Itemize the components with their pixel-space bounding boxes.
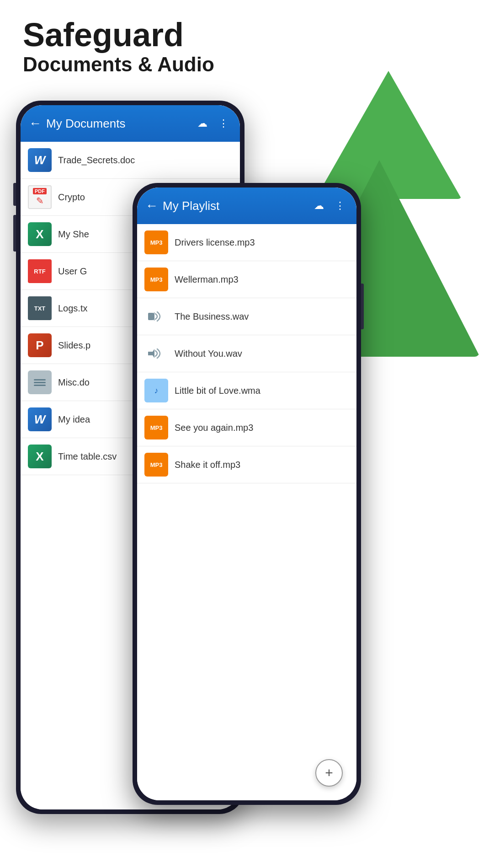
doc-icon (28, 370, 52, 394)
excel-icon (28, 222, 52, 246)
playlist-screen: ← My Playlist ☁ ⋮ Drivers license.mp3 We… (137, 188, 356, 800)
page-title: Safeguard (23, 18, 214, 51)
documents-app-bar: ← My Documents ☁ ⋮ (21, 105, 240, 142)
file-name: Wellerman.mp3 (175, 274, 239, 285)
phone-front-inner: ← My Playlist ☁ ⋮ Drivers license.mp3 We… (137, 188, 356, 800)
file-name: Without You.wav (175, 348, 242, 359)
word-icon (28, 148, 52, 172)
playlist-more-icon[interactable]: ⋮ (332, 198, 348, 214)
list-item[interactable]: ♪ Little bit of Love.wma (137, 372, 356, 409)
file-name: My idea (58, 414, 90, 425)
phone-front-playlist: ← My Playlist ☁ ⋮ Drivers license.mp3 We… (133, 183, 361, 805)
list-item[interactable]: Without You.wav (137, 335, 356, 372)
wma-icon: ♪ (144, 379, 168, 402)
rtf-icon (28, 259, 52, 283)
pdf-icon: PDF ✎ (28, 185, 52, 209)
file-name: Misc.do (58, 377, 90, 388)
wav-icon (144, 305, 168, 328)
file-name: Little bit of Love.wma (175, 386, 260, 396)
wav-icon (144, 342, 168, 365)
documents-title: My Documents (46, 117, 190, 131)
side-button-power-front (361, 284, 364, 329)
file-name: The Business.wav (175, 311, 249, 322)
mp3-icon (144, 453, 168, 477)
mp3-icon (144, 268, 168, 291)
page-subtitle: Documents & Audio (23, 53, 214, 76)
page-header: Safeguard Documents & Audio (23, 18, 214, 76)
cloud-sync-icon[interactable]: ☁ (194, 115, 211, 132)
file-name: My She (58, 229, 89, 240)
list-item[interactable]: The Business.wav (137, 298, 356, 335)
list-item[interactable]: See you again.mp3 (137, 409, 356, 446)
word-icon-2 (28, 407, 52, 431)
file-name: Slides.p (58, 340, 90, 351)
list-item[interactable]: Wellerman.mp3 (137, 261, 356, 298)
list-item[interactable]: Shake it off.mp3 (137, 446, 356, 483)
mp3-icon (144, 230, 168, 254)
playlist-app-bar: ← My Playlist ☁ ⋮ (137, 188, 356, 224)
list-item[interactable]: Trade_Secrets.doc (21, 142, 240, 179)
back-arrow-icon[interactable]: ← (29, 116, 42, 131)
txt-icon (28, 296, 52, 320)
file-name: Logs.tx (58, 303, 87, 314)
more-menu-icon[interactable]: ⋮ (215, 115, 232, 132)
svg-text:♪: ♪ (154, 386, 159, 395)
file-name: See you again.mp3 (175, 423, 253, 433)
file-name: Drivers license.mp3 (175, 237, 255, 248)
add-fab-button[interactable]: + (315, 759, 343, 787)
file-name: User G (58, 266, 87, 277)
file-name: Trade_Secrets.doc (58, 155, 135, 166)
playlist-list: Drivers license.mp3 Wellerman.mp3 (137, 224, 356, 483)
file-name: Crypto (58, 192, 85, 203)
list-item[interactable]: Drivers license.mp3 (137, 224, 356, 261)
side-button-vol-down (13, 215, 16, 252)
side-button-vol-up (13, 183, 16, 206)
svg-marker-2 (148, 349, 154, 358)
playlist-title: My Playlist (163, 199, 306, 213)
mp3-icon (144, 416, 168, 439)
file-name: Shake it off.mp3 (175, 460, 240, 470)
file-name: Time table.csv (58, 451, 117, 462)
ppt-icon (28, 333, 52, 357)
playlist-cloud-icon[interactable]: ☁ (311, 198, 327, 214)
excel-green-icon: X (28, 445, 52, 468)
playlist-back-arrow-icon[interactable]: ← (145, 198, 158, 213)
